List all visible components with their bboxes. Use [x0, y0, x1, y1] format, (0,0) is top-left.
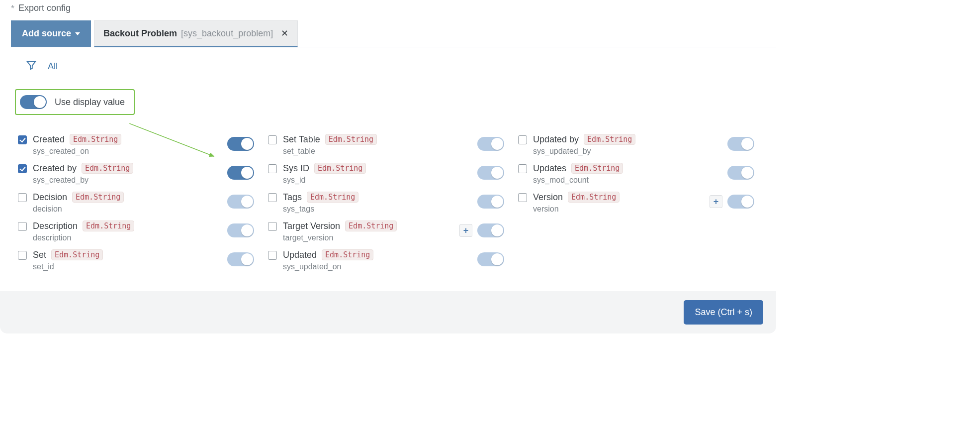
use-display-value-toggle[interactable]: [20, 95, 47, 109]
field-checkbox[interactable]: [18, 222, 27, 231]
field-checkbox[interactable]: [18, 193, 27, 202]
expand-plus-button[interactable]: +: [459, 224, 472, 237]
field-row-right: [477, 163, 504, 180]
field-sys-name: version: [533, 205, 704, 214]
field-checkbox[interactable]: [268, 135, 277, 144]
field-text: VersionEdm.Stringversion: [533, 192, 704, 214]
field-sys-name: sys_created_on: [33, 147, 221, 156]
field-row: TagsEdm.Stringsys_tags: [268, 192, 504, 214]
field-row: Sys IDEdm.Stringsys_id: [268, 163, 504, 185]
type-badge: Edm.String: [314, 163, 366, 174]
field-checkbox[interactable]: [268, 251, 277, 260]
field-display-value-toggle[interactable]: [727, 166, 754, 180]
field-label: TagsEdm.String: [283, 192, 471, 203]
field-label: Target VersionEdm.String: [283, 220, 453, 231]
field-row: SetEdm.Stringset_id: [18, 249, 254, 271]
field-row-right: +: [710, 192, 754, 209]
tab-backout-problem[interactable]: Backout Problem [sys_backout_problem] ✕: [94, 20, 298, 47]
field-label-text: Created: [33, 134, 65, 145]
field-display-value-toggle[interactable]: [727, 195, 754, 209]
breadcrumb-label: Export config: [18, 3, 71, 13]
field-text: TagsEdm.Stringsys_tags: [283, 192, 471, 214]
field-row-right: [477, 192, 504, 209]
field-row-right: [227, 163, 254, 180]
field-text: UpdatesEdm.Stringsys_mod_count: [533, 163, 721, 185]
field-display-value-toggle[interactable]: [477, 195, 504, 209]
field-row-right: [477, 134, 504, 151]
field-checkbox[interactable]: [518, 193, 527, 202]
field-row-right: [727, 134, 754, 151]
field-display-value-toggle[interactable]: [227, 252, 254, 266]
close-icon[interactable]: ✕: [281, 28, 288, 39]
field-label: Sys IDEdm.String: [283, 163, 471, 174]
field-display-value-toggle[interactable]: [477, 166, 504, 180]
field-checkbox[interactable]: [18, 164, 27, 173]
expand-plus-button[interactable]: +: [710, 195, 722, 208]
field-label-text: Set: [33, 250, 46, 260]
field-row-right: +: [459, 220, 504, 237]
field-sys-name: sys_tags: [283, 205, 471, 214]
field-label-text: Decision: [33, 192, 67, 203]
field-label-text: Updates: [533, 163, 566, 174]
field-display-value-toggle[interactable]: [227, 195, 254, 209]
field-display-value-toggle[interactable]: [477, 223, 504, 237]
field-checkbox[interactable]: [518, 135, 527, 144]
field-sys-name: sys_updated_on: [283, 262, 471, 271]
use-display-value-label: Use display value: [55, 97, 125, 108]
required-asterisk: *: [11, 4, 14, 13]
field-label-text: Updated: [283, 250, 317, 260]
field-sys-name: sys_updated_by: [533, 147, 721, 156]
field-column: Set TableEdm.Stringset_tableSys IDEdm.St…: [268, 134, 504, 271]
field-display-value-toggle[interactable]: [477, 137, 504, 151]
type-badge: Edm.String: [307, 192, 358, 203]
filter-all-link[interactable]: All: [48, 61, 58, 72]
breadcrumb: * Export config: [0, 0, 776, 13]
footer-bar: Save (Ctrl + s): [0, 291, 776, 333]
field-label-text: Version: [533, 192, 563, 203]
field-text: UpdatedEdm.Stringsys_updated_on: [283, 249, 471, 271]
field-display-value-toggle[interactable]: [227, 223, 254, 237]
field-row-right: [227, 192, 254, 209]
tab-subtitle: [sys_backout_problem]: [181, 28, 273, 39]
field-row-right: [227, 134, 254, 151]
type-badge: Edm.String: [568, 192, 620, 203]
field-label: UpdatesEdm.String: [533, 163, 721, 174]
field-row: VersionEdm.Stringversion+: [518, 192, 754, 214]
save-button[interactable]: Save (Ctrl + s): [684, 300, 763, 325]
tabs-row: Add source Backout Problem [sys_backout_…: [11, 20, 776, 47]
filter-icon[interactable]: [26, 59, 37, 73]
field-row: Target VersionEdm.Stringtarget_version+: [268, 220, 504, 242]
field-text: Set TableEdm.Stringset_table: [283, 134, 471, 156]
field-display-value-toggle[interactable]: [727, 137, 754, 151]
field-checkbox[interactable]: [18, 135, 27, 144]
field-sys-name: set_id: [33, 262, 221, 271]
field-display-value-toggle[interactable]: [477, 252, 504, 266]
type-badge: Edm.String: [51, 249, 103, 260]
add-source-button[interactable]: Add source: [11, 20, 91, 47]
page-root: * Export config Add source Backout Probl…: [0, 0, 776, 333]
field-checkbox[interactable]: [18, 251, 27, 260]
field-label-text: Sys ID: [283, 163, 309, 174]
field-label: Set TableEdm.String: [283, 134, 471, 145]
type-badge: Edm.String: [322, 249, 373, 260]
field-checkbox[interactable]: [268, 164, 277, 173]
field-checkbox[interactable]: [268, 193, 277, 202]
field-row: UpdatedEdm.Stringsys_updated_on: [268, 249, 504, 271]
field-checkbox[interactable]: [518, 164, 527, 173]
field-display-value-toggle[interactable]: [227, 166, 254, 180]
type-badge: Edm.String: [83, 220, 134, 231]
type-badge: Edm.String: [345, 220, 397, 231]
field-label: Updated byEdm.String: [533, 134, 721, 145]
field-row: DescriptionEdm.Stringdescription: [18, 220, 254, 242]
field-label-text: Tags: [283, 192, 302, 203]
field-column: Updated byEdm.Stringsys_updated_byUpdate…: [518, 134, 754, 271]
field-label-text: Set Table: [283, 134, 320, 145]
field-checkbox[interactable]: [268, 222, 277, 231]
field-label: UpdatedEdm.String: [283, 249, 471, 260]
field-display-value-toggle[interactable]: [227, 137, 254, 151]
fields-columns: CreatedEdm.Stringsys_created_onCreated b…: [0, 115, 776, 291]
field-label: SetEdm.String: [33, 249, 221, 260]
field-label: DecisionEdm.String: [33, 192, 221, 203]
field-sys-name: description: [33, 233, 221, 242]
type-badge: Edm.String: [82, 163, 133, 174]
